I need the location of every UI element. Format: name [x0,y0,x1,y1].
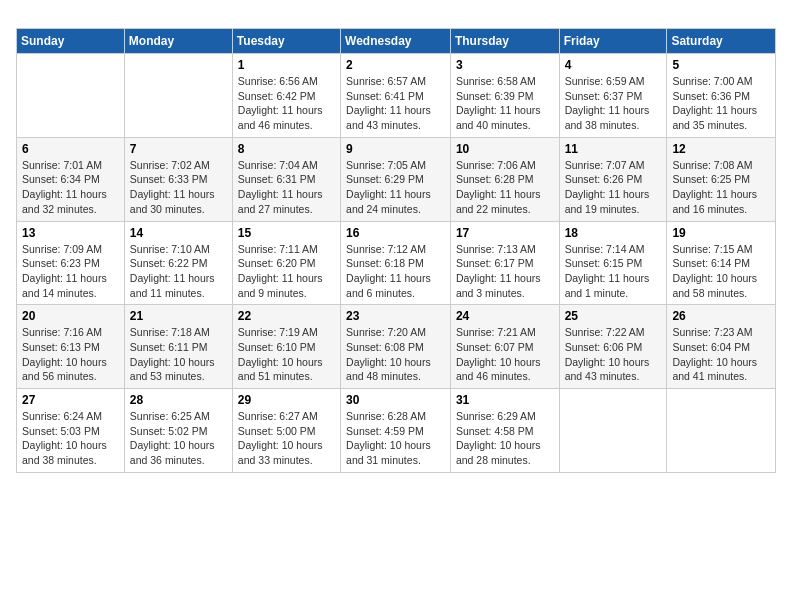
day-info: Sunrise: 6:28 AM Sunset: 4:59 PM Dayligh… [346,409,445,468]
day-info: Sunrise: 7:06 AM Sunset: 6:28 PM Dayligh… [456,158,554,217]
day-info: Sunrise: 7:10 AM Sunset: 6:22 PM Dayligh… [130,242,227,301]
day-info: Sunrise: 6:25 AM Sunset: 5:02 PM Dayligh… [130,409,227,468]
day-number: 23 [346,309,445,323]
day-info: Sunrise: 7:13 AM Sunset: 6:17 PM Dayligh… [456,242,554,301]
calendar-cell: 8Sunrise: 7:04 AM Sunset: 6:31 PM Daylig… [232,137,340,221]
calendar-cell: 11Sunrise: 7:07 AM Sunset: 6:26 PM Dayli… [559,137,667,221]
day-number: 29 [238,393,335,407]
day-number: 3 [456,58,554,72]
day-number: 20 [22,309,119,323]
calendar-table: SundayMondayTuesdayWednesdayThursdayFrid… [16,28,776,473]
day-info: Sunrise: 6:57 AM Sunset: 6:41 PM Dayligh… [346,74,445,133]
day-number: 8 [238,142,335,156]
calendar-cell: 9Sunrise: 7:05 AM Sunset: 6:29 PM Daylig… [341,137,451,221]
day-info: Sunrise: 7:04 AM Sunset: 6:31 PM Dayligh… [238,158,335,217]
calendar-cell: 3Sunrise: 6:58 AM Sunset: 6:39 PM Daylig… [450,54,559,138]
day-number: 9 [346,142,445,156]
day-number: 17 [456,226,554,240]
day-info: Sunrise: 7:19 AM Sunset: 6:10 PM Dayligh… [238,325,335,384]
day-number: 28 [130,393,227,407]
calendar-cell: 30Sunrise: 6:28 AM Sunset: 4:59 PM Dayli… [341,389,451,473]
day-info: Sunrise: 7:09 AM Sunset: 6:23 PM Dayligh… [22,242,119,301]
calendar-cell: 24Sunrise: 7:21 AM Sunset: 6:07 PM Dayli… [450,305,559,389]
day-number: 12 [672,142,770,156]
day-info: Sunrise: 7:05 AM Sunset: 6:29 PM Dayligh… [346,158,445,217]
calendar-cell [17,54,125,138]
day-number: 24 [456,309,554,323]
day-number: 30 [346,393,445,407]
calendar-cell: 13Sunrise: 7:09 AM Sunset: 6:23 PM Dayli… [17,221,125,305]
calendar-cell: 18Sunrise: 7:14 AM Sunset: 6:15 PM Dayli… [559,221,667,305]
calendar-cell: 26Sunrise: 7:23 AM Sunset: 6:04 PM Dayli… [667,305,776,389]
calendar-cell: 16Sunrise: 7:12 AM Sunset: 6:18 PM Dayli… [341,221,451,305]
calendar-cell: 19Sunrise: 7:15 AM Sunset: 6:14 PM Dayli… [667,221,776,305]
weekday-header-friday: Friday [559,29,667,54]
calendar-cell: 31Sunrise: 6:29 AM Sunset: 4:58 PM Dayli… [450,389,559,473]
calendar-cell: 27Sunrise: 6:24 AM Sunset: 5:03 PM Dayli… [17,389,125,473]
calendar-cell: 21Sunrise: 7:18 AM Sunset: 6:11 PM Dayli… [124,305,232,389]
day-info: Sunrise: 7:15 AM Sunset: 6:14 PM Dayligh… [672,242,770,301]
weekday-header-tuesday: Tuesday [232,29,340,54]
calendar-cell [124,54,232,138]
day-number: 10 [456,142,554,156]
calendar-cell: 15Sunrise: 7:11 AM Sunset: 6:20 PM Dayli… [232,221,340,305]
day-number: 5 [672,58,770,72]
day-number: 19 [672,226,770,240]
calendar-cell: 25Sunrise: 7:22 AM Sunset: 6:06 PM Dayli… [559,305,667,389]
day-info: Sunrise: 7:16 AM Sunset: 6:13 PM Dayligh… [22,325,119,384]
day-number: 2 [346,58,445,72]
day-number: 11 [565,142,662,156]
weekday-header-wednesday: Wednesday [341,29,451,54]
day-info: Sunrise: 7:12 AM Sunset: 6:18 PM Dayligh… [346,242,445,301]
day-info: Sunrise: 6:24 AM Sunset: 5:03 PM Dayligh… [22,409,119,468]
day-number: 31 [456,393,554,407]
day-number: 27 [22,393,119,407]
day-info: Sunrise: 7:20 AM Sunset: 6:08 PM Dayligh… [346,325,445,384]
calendar-cell: 17Sunrise: 7:13 AM Sunset: 6:17 PM Dayli… [450,221,559,305]
day-info: Sunrise: 7:21 AM Sunset: 6:07 PM Dayligh… [456,325,554,384]
calendar-cell: 5Sunrise: 7:00 AM Sunset: 6:36 PM Daylig… [667,54,776,138]
weekday-header-thursday: Thursday [450,29,559,54]
day-info: Sunrise: 7:08 AM Sunset: 6:25 PM Dayligh… [672,158,770,217]
calendar-header: SundayMondayTuesdayWednesdayThursdayFrid… [17,29,776,54]
calendar-cell: 22Sunrise: 7:19 AM Sunset: 6:10 PM Dayli… [232,305,340,389]
day-number: 26 [672,309,770,323]
calendar-cell: 2Sunrise: 6:57 AM Sunset: 6:41 PM Daylig… [341,54,451,138]
weekday-header-monday: Monday [124,29,232,54]
calendar-cell: 1Sunrise: 6:56 AM Sunset: 6:42 PM Daylig… [232,54,340,138]
day-info: Sunrise: 7:11 AM Sunset: 6:20 PM Dayligh… [238,242,335,301]
day-number: 4 [565,58,662,72]
day-number: 18 [565,226,662,240]
day-number: 7 [130,142,227,156]
day-info: Sunrise: 7:14 AM Sunset: 6:15 PM Dayligh… [565,242,662,301]
calendar-cell: 29Sunrise: 6:27 AM Sunset: 5:00 PM Dayli… [232,389,340,473]
day-info: Sunrise: 6:27 AM Sunset: 5:00 PM Dayligh… [238,409,335,468]
calendar-cell: 6Sunrise: 7:01 AM Sunset: 6:34 PM Daylig… [17,137,125,221]
calendar-cell: 12Sunrise: 7:08 AM Sunset: 6:25 PM Dayli… [667,137,776,221]
calendar-cell [667,389,776,473]
day-number: 16 [346,226,445,240]
day-number: 22 [238,309,335,323]
day-info: Sunrise: 7:07 AM Sunset: 6:26 PM Dayligh… [565,158,662,217]
day-info: Sunrise: 7:00 AM Sunset: 6:36 PM Dayligh… [672,74,770,133]
day-number: 13 [22,226,119,240]
calendar-cell: 10Sunrise: 7:06 AM Sunset: 6:28 PM Dayli… [450,137,559,221]
day-info: Sunrise: 6:29 AM Sunset: 4:58 PM Dayligh… [456,409,554,468]
calendar-cell: 20Sunrise: 7:16 AM Sunset: 6:13 PM Dayli… [17,305,125,389]
day-number: 14 [130,226,227,240]
calendar-cell: 28Sunrise: 6:25 AM Sunset: 5:02 PM Dayli… [124,389,232,473]
calendar-cell: 4Sunrise: 6:59 AM Sunset: 6:37 PM Daylig… [559,54,667,138]
day-info: Sunrise: 7:22 AM Sunset: 6:06 PM Dayligh… [565,325,662,384]
day-number: 25 [565,309,662,323]
weekday-header-sunday: Sunday [17,29,125,54]
calendar-cell: 23Sunrise: 7:20 AM Sunset: 6:08 PM Dayli… [341,305,451,389]
calendar-cell: 14Sunrise: 7:10 AM Sunset: 6:22 PM Dayli… [124,221,232,305]
day-info: Sunrise: 6:58 AM Sunset: 6:39 PM Dayligh… [456,74,554,133]
day-number: 1 [238,58,335,72]
day-info: Sunrise: 7:02 AM Sunset: 6:33 PM Dayligh… [130,158,227,217]
calendar-cell: 7Sunrise: 7:02 AM Sunset: 6:33 PM Daylig… [124,137,232,221]
day-info: Sunrise: 7:18 AM Sunset: 6:11 PM Dayligh… [130,325,227,384]
day-info: Sunrise: 7:01 AM Sunset: 6:34 PM Dayligh… [22,158,119,217]
day-number: 15 [238,226,335,240]
weekday-header-saturday: Saturday [667,29,776,54]
